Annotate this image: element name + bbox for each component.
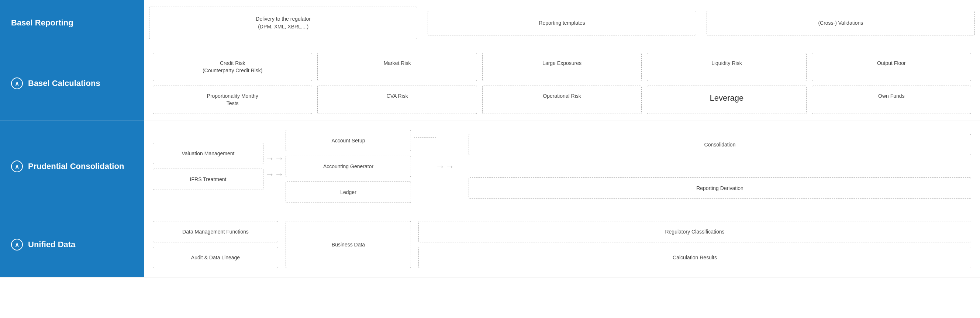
box-calculation-results: Calculation Results [418, 247, 971, 268]
prudential-consolidation-title: Prudential Consolidation [28, 162, 124, 171]
box-leverage: Leverage [647, 86, 806, 114]
bracket-top-line [414, 137, 436, 138]
box-output-floor: Output Floor [812, 53, 971, 81]
box-proportionality: Proportionality MonthyTests [153, 86, 312, 114]
box-operational-risk: Operational Risk [482, 86, 642, 114]
box-audit-data-lineage: Audit & Data Lineage [153, 247, 278, 268]
prudential-consolidation-row: ∧ Prudential Consolidation Valuation Man… [0, 121, 980, 212]
pc-col1: Valuation Management IFRS Treatment [153, 143, 263, 190]
unified-left-col: Data Management Functions Audit & Data L… [153, 221, 278, 268]
basel-reporting-title: Basel Reporting [11, 18, 73, 28]
box-own-funds: Own Funds [812, 86, 971, 114]
basel-reporting-row: Basel Reporting Delivery to the regulato… [0, 0, 980, 46]
box-large-exposures: Large Exposures [482, 53, 642, 81]
box-valuation-management: Valuation Management [153, 143, 263, 164]
basel-reporting-label: Basel Reporting [0, 0, 144, 46]
unified-data-title: Unified Data [28, 240, 75, 250]
unified-content: Data Management Functions Audit & Data L… [144, 212, 980, 277]
arrow-bracket-right: →→ [435, 161, 455, 172]
unified-data-label: ∧ Unified Data [0, 212, 144, 277]
chevron-up-icon-2: ∧ [11, 161, 23, 172]
chevron-up-icon: ∧ [11, 78, 23, 89]
box-cross-validations: (Cross-) Validations [706, 11, 975, 35]
box-reporting-templates: Reporting templates [428, 11, 696, 35]
box-ledger: Ledger [286, 181, 411, 203]
prudential-consolidation-label: ∧ Prudential Consolidation [0, 121, 144, 212]
pc-col2: Account Setup Accounting Generator Ledge… [286, 130, 411, 203]
prudential-content: Valuation Management IFRS Treatment →→ →… [144, 121, 980, 212]
arrows-col1-col2: →→ →→ [263, 153, 286, 180]
chevron-up-icon-3: ∧ [11, 238, 23, 251]
box-delivery: Delivery to the regulator(DPM, XML, XBRL… [149, 6, 417, 39]
basel-calculations-content: Credit Risk(Counterparty Credit Risk) Ma… [144, 46, 980, 121]
arrow-right-2: →→ [265, 169, 284, 180]
box-data-management: Data Management Functions [153, 221, 278, 242]
box-liquidity-risk: Liquidity Risk [647, 53, 806, 81]
basel-reporting-content: Delivery to the regulator(DPM, XML, XBRL… [144, 0, 980, 46]
box-reporting-derivation: Reporting Derivation [469, 177, 971, 199]
pc-col3: Consolidation Reporting Derivation [439, 134, 971, 199]
box-accounting-generator: Accounting Generator [286, 156, 411, 177]
box-account-setup: Account Setup [286, 130, 411, 151]
bracket-bottom-line [414, 196, 436, 197]
box-ifrs-treatment: IFRS Treatment [153, 169, 263, 190]
box-consolidation: Consolidation [469, 134, 971, 155]
arrow-right-1: →→ [265, 153, 284, 164]
box-market-risk: Market Risk [317, 53, 477, 81]
calc-row-1: Credit Risk(Counterparty Credit Risk) Ma… [153, 53, 971, 81]
box-regulatory-classifications: Regulatory Classifications [418, 221, 971, 242]
box-credit-risk: Credit Risk(Counterparty Credit Risk) [153, 53, 312, 81]
bracket-container: →→ [414, 130, 436, 203]
box-business-data: Business Data [286, 221, 411, 268]
calc-row-2: Proportionality MonthyTests CVA Risk Ope… [153, 86, 971, 114]
page: Basel Reporting Delivery to the regulato… [0, 0, 980, 318]
basel-calculations-title: Basel Calculations [28, 79, 100, 88]
basel-calculations-label: ∧ Basel Calculations [0, 46, 144, 121]
basel-calculations-row: ∧ Basel Calculations Credit Risk(Counter… [0, 46, 980, 121]
box-cva-risk: CVA Risk [317, 86, 477, 114]
unified-right-col: Regulatory Classifications Calculation R… [418, 221, 971, 268]
unified-data-row: ∧ Unified Data Data Management Functions… [0, 212, 980, 277]
